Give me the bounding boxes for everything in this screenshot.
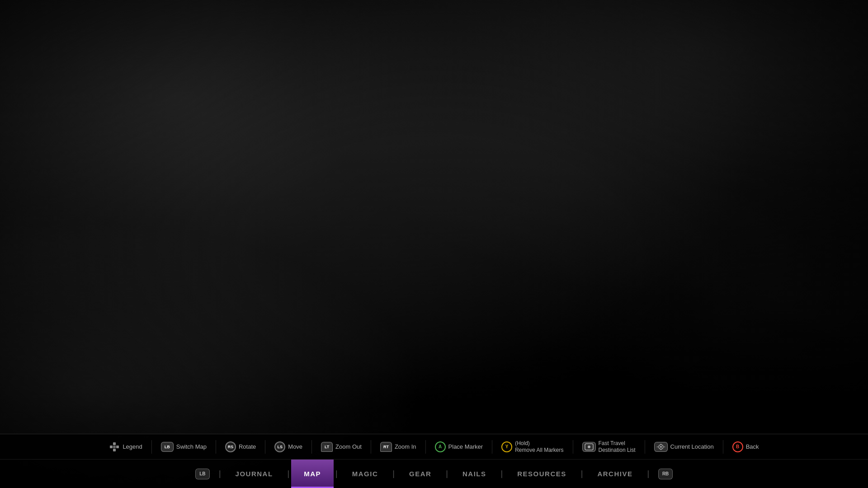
fast-travel-icon [582, 442, 596, 452]
ls-icon: LS [274, 441, 285, 452]
svg-rect-1 [113, 449, 116, 451]
lb-icon: LB [161, 442, 174, 452]
zoom-in-label: Zoom In [395, 443, 416, 450]
rotate-label: Rotate [239, 443, 256, 450]
tab-magic[interactable]: MAGIC [340, 460, 391, 488]
sep-2 [216, 440, 216, 454]
controls-bar: Legend LB Switch Map RS Rotate LS Move L… [0, 434, 868, 459]
svg-rect-3 [116, 446, 119, 448]
tab-resources[interactable]: RESOURCES [505, 460, 579, 488]
fast-travel-label: Fast Travel Destination List [599, 440, 636, 453]
lb-nav-icon: LB [195, 469, 210, 479]
sep-10 [723, 440, 723, 454]
sep-4 [311, 440, 312, 454]
sep-3 [265, 440, 265, 454]
tab-nails[interactable]: NAILS [450, 460, 499, 488]
rt-icon: RT [380, 442, 392, 452]
tab-nav-right[interactable]: RB [651, 460, 680, 488]
svg-point-6 [588, 446, 590, 448]
svg-rect-4 [113, 446, 116, 448]
tab-sep-5: | [499, 460, 505, 488]
control-current-location[interactable]: Current Location [647, 442, 721, 452]
sep-1 [151, 440, 152, 454]
remove-markers-label: (Hold) Remove All Markers [515, 440, 563, 453]
tab-nav-left[interactable]: LB [188, 460, 217, 488]
current-location-label: Current Location [670, 443, 714, 450]
control-back[interactable]: B Back [725, 441, 766, 452]
control-place-marker[interactable]: A Place Marker [428, 441, 491, 452]
map-texture [0, 0, 868, 488]
move-label: Move [288, 443, 302, 450]
rb-nav-icon: RB [658, 469, 673, 479]
tab-sep-7: | [645, 460, 651, 488]
control-remove-markers[interactable]: Y (Hold) Remove All Markers [494, 440, 571, 453]
tab-sep-4: | [444, 460, 450, 488]
a-icon: A [435, 441, 446, 452]
back-label: Back [746, 443, 759, 450]
dpad-icon [109, 441, 120, 452]
b-icon: B [732, 441, 743, 452]
tab-sep-1: | [286, 460, 292, 488]
svg-rect-2 [110, 446, 113, 448]
tab-archive[interactable]: ARCHIVE [585, 460, 645, 488]
legend-label: Legend [123, 443, 142, 450]
svg-point-8 [660, 446, 662, 448]
current-location-icon [654, 442, 668, 452]
control-fast-travel[interactable]: Fast Travel Destination List [575, 440, 643, 453]
control-zoom-out[interactable]: LT Zoom Out [314, 442, 369, 452]
tab-sep-0: | [217, 460, 223, 488]
sep-7 [492, 440, 492, 454]
tab-gear[interactable]: GEAR [396, 460, 444, 488]
control-rotate[interactable]: RS Rotate [218, 441, 263, 452]
svg-rect-0 [113, 442, 116, 445]
control-legend[interactable]: Legend [102, 441, 149, 452]
hud-bottom: Legend LB Switch Map RS Rotate LS Move L… [0, 434, 868, 488]
switch-map-label: Switch Map [176, 443, 207, 450]
sep-6 [425, 440, 426, 454]
tab-map[interactable]: MAP [291, 460, 334, 488]
tab-journal[interactable]: JOURNAL [223, 460, 286, 488]
zoom-out-label: Zoom Out [335, 443, 362, 450]
y-icon: Y [501, 441, 512, 452]
sep-9 [645, 440, 645, 454]
place-marker-label: Place Marker [448, 443, 483, 450]
control-zoom-in[interactable]: RT Zoom In [373, 442, 424, 452]
tab-sep-3: | [391, 460, 396, 488]
sep-5 [371, 440, 371, 454]
tabs-bar: LB | JOURNAL | MAP | MAGIC | GEAR | NAIL… [0, 459, 868, 488]
tab-sep-2: | [334, 460, 340, 488]
rs-icon: RS [225, 441, 236, 452]
tab-sep-6: | [579, 460, 585, 488]
control-switch-map[interactable]: LB Switch Map [154, 442, 214, 452]
lt-icon: LT [321, 442, 333, 452]
sep-8 [573, 440, 573, 454]
control-move[interactable]: LS Move [267, 441, 310, 452]
